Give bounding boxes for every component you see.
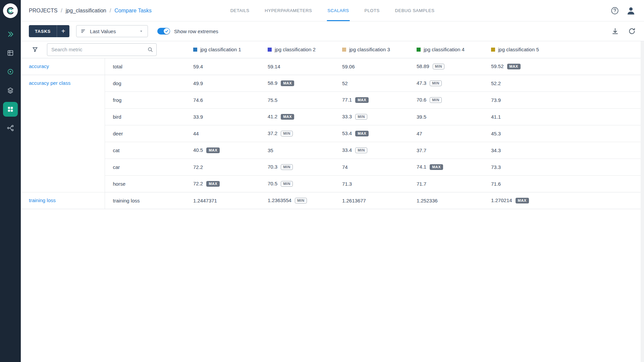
task-color-swatch: [342, 48, 346, 52]
value-cell: 58.9MAX: [264, 75, 338, 92]
filter-button[interactable]: [29, 44, 41, 56]
metric-value: 33.9: [193, 114, 203, 120]
max-badge: MAX: [206, 147, 220, 153]
task-column-header[interactable]: jpg classification 2: [264, 41, 338, 58]
tasks-button[interactable]: TASKS: [29, 25, 57, 37]
metric-value: 59.52: [491, 63, 504, 69]
sidebar: [0, 0, 21, 362]
value-cell: 40.5MAX: [189, 142, 264, 159]
metric-value: 41.2: [268, 114, 277, 119]
show-row-extremes: Show row extremes: [157, 28, 218, 35]
tab-plots[interactable]: PLOTS: [364, 0, 380, 21]
help-button[interactable]: [610, 6, 619, 15]
tab-scalars[interactable]: SCALARS: [327, 0, 350, 21]
show-row-extremes-toggle[interactable]: [157, 28, 170, 35]
task-color-swatch: [193, 48, 197, 52]
sidebar-item-pipelines[interactable]: [3, 121, 18, 135]
metric-value: 35: [268, 147, 273, 153]
value-cell: 71.6: [487, 175, 644, 192]
value-cell: 72.2MAX: [189, 175, 264, 192]
table-row: deer4437.2MIN53.4MAX4745.3: [21, 125, 644, 142]
tasks-button-group: TASKS +: [29, 25, 69, 37]
sidebar-item-models[interactable]: [3, 83, 18, 98]
toolbar: TASKS + Last Values Show row extremes: [21, 21, 644, 41]
value-cell: 71.3: [338, 175, 413, 192]
metric-value: 1.270214: [491, 197, 512, 203]
table-row: training losstraining loss1.24473711.236…: [21, 192, 644, 209]
metric-value: 49.9: [193, 80, 203, 86]
metric-link[interactable]: accuracy per class: [29, 80, 70, 86]
max-badge: MAX: [355, 131, 369, 136]
variant-cell: frog: [105, 92, 189, 108]
sidebar-item-agents[interactable]: [3, 64, 18, 79]
tab-hyperparameters[interactable]: HYPERPARAMETERS: [264, 0, 313, 21]
metric-group-cell: training loss: [21, 192, 105, 209]
scrollbar-track[interactable]: [641, 41, 644, 362]
chevron-down-icon: [139, 29, 144, 34]
tab-debug-samples[interactable]: DEBUG SAMPLES: [394, 0, 435, 21]
add-task-button[interactable]: +: [57, 25, 69, 37]
clearml-logo[interactable]: [3, 3, 18, 18]
metric-value: 73.3: [491, 164, 501, 170]
metric-value: 74.6: [193, 97, 203, 103]
value-cell: 59.52MAX: [487, 58, 644, 75]
value-cell: 53.4MAX: [338, 125, 413, 142]
value-cell: 44: [189, 125, 264, 142]
metric-link[interactable]: accuracy: [29, 63, 49, 69]
metric-value: 58.9: [268, 80, 277, 86]
metrics-table-body: accuracytotal59.459.1459.0658.89MIN59.52…: [21, 58, 644, 209]
download-button[interactable]: [611, 27, 619, 35]
metric-value: 59.06: [342, 64, 355, 69]
sidebar-item-applications[interactable]: [3, 102, 18, 117]
ring-dot-icon: [7, 68, 14, 75]
task-column-header[interactable]: jpg classification 1: [189, 41, 264, 58]
tab-details[interactable]: DETAILS: [230, 0, 250, 21]
task-column-header[interactable]: jpg classification 3: [338, 41, 413, 58]
metric-value: 72.2: [193, 181, 203, 186]
refresh-button[interactable]: [628, 27, 636, 35]
task-column-header[interactable]: jpg classification 4: [413, 41, 487, 58]
min-badge: MIN: [430, 80, 442, 86]
table-row: accuracytotal59.459.1459.0658.89MIN59.52…: [21, 58, 644, 75]
task-column-header[interactable]: jpg classification 5: [487, 41, 644, 58]
metric-value: 40.5: [193, 147, 203, 153]
search-metric-input[interactable]: [47, 43, 157, 56]
sidebar-item-datasets[interactable]: [3, 46, 18, 60]
breadcrumb-project-name[interactable]: jpg_classification: [66, 8, 106, 14]
sidebar-item-dashboard[interactable]: [3, 27, 18, 42]
breadcrumb-projects[interactable]: PROJECTS: [29, 8, 57, 14]
metric-value: 71.3: [342, 181, 352, 187]
scalars-table: jpg classification 1jpg classification 2…: [21, 41, 644, 209]
metric-value: 53.4: [342, 130, 352, 136]
table-row: car72.270.3MIN7474.1MAX73.3: [21, 159, 644, 175]
metric-value: 47: [417, 131, 422, 136]
header-actions: [610, 6, 636, 16]
min-badge: MIN: [433, 64, 445, 69]
values-mode-dropdown[interactable]: Last Values: [76, 25, 148, 37]
breadcrumb-page[interactable]: Compare Tasks: [114, 8, 152, 14]
layers-icon: [7, 87, 14, 94]
table-header-row: jpg classification 1jpg classification 2…: [21, 41, 644, 58]
value-cell: 59.14: [264, 58, 338, 75]
metric-value: 71.7: [417, 181, 426, 187]
max-badge: MAX: [206, 181, 220, 187]
value-cell: 45.3: [487, 125, 644, 142]
variant-cell: training loss: [105, 192, 189, 209]
value-cell: 1.2613677: [338, 192, 413, 209]
value-cell: 33.9: [189, 108, 264, 125]
user-avatar[interactable]: [626, 6, 636, 16]
min-badge: MIN: [295, 198, 307, 203]
metric-link[interactable]: training loss: [29, 197, 56, 203]
task-column-label: jpg classification 4: [424, 47, 465, 52]
toolbar-actions: [611, 27, 636, 35]
metric-value: 41.1: [491, 114, 501, 120]
metric-value: 52: [342, 80, 348, 86]
metric-group-cell: accuracy: [21, 58, 105, 75]
value-cell: 77.1MAX: [338, 92, 413, 108]
breadcrumb: PROJECTS / jpg_classification / Compare …: [29, 8, 152, 14]
metric-value: 75.5: [268, 97, 277, 103]
value-cell: 47: [413, 125, 487, 142]
table-row: cat40.5MAX3533.4MIN37.734.3: [21, 142, 644, 159]
main-area: PROJECTS / jpg_classification / Compare …: [21, 0, 644, 209]
breadcrumb-separator: /: [110, 8, 111, 14]
